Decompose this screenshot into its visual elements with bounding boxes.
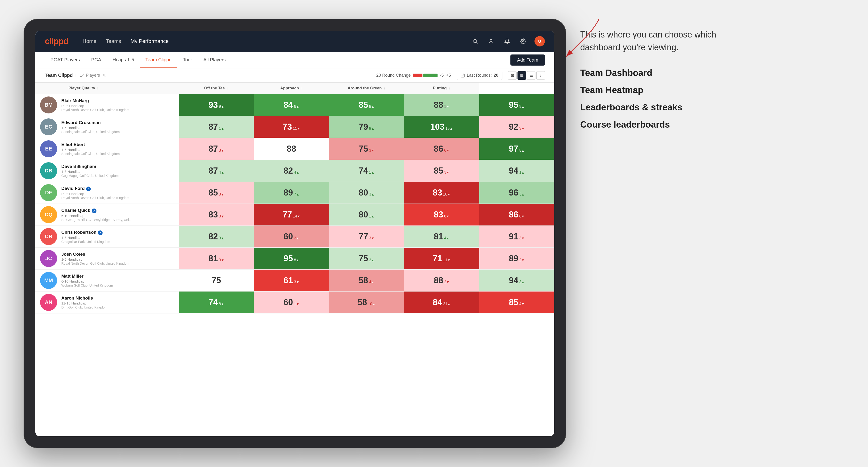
- stat-cell[interactable]: 95 9▲: [479, 94, 554, 116]
- arrow-annotation: [561, 14, 604, 62]
- export-button[interactable]: ↓: [536, 71, 545, 80]
- stat-cell[interactable]: 80 3▲: [329, 182, 404, 204]
- grid-view-button[interactable]: ⊞: [508, 71, 517, 80]
- nav-my-performance[interactable]: My Performance: [130, 38, 168, 44]
- stat-cell[interactable]: 71 11▼: [404, 248, 479, 270]
- stat-cell[interactable]: 74 1▲: [329, 160, 404, 182]
- bell-icon[interactable]: [502, 36, 512, 46]
- stat-change: 4▲: [294, 170, 299, 175]
- stat-cell[interactable]: 93 9▲: [179, 94, 254, 116]
- stat-cell[interactable]: 82 3▲: [179, 226, 254, 248]
- stat-cell[interactable]: 87 4▲: [179, 160, 254, 182]
- stat-cell[interactable]: 80 1▲: [329, 204, 404, 226]
- tab-all-players[interactable]: All Players: [198, 52, 231, 68]
- player-avatar: BM: [40, 96, 57, 114]
- user-avatar[interactable]: U: [534, 36, 545, 46]
- stat-cell[interactable]: 60 2▲: [254, 226, 329, 248]
- stat-cell[interactable]: 75 3▼: [329, 138, 404, 160]
- dashboard-options: Team Dashboard Team Heatmap Leaderboards…: [580, 68, 844, 130]
- stat-cell[interactable]: 92 3▼: [479, 116, 554, 138]
- tab-pgat-players[interactable]: PGAT Players: [45, 52, 86, 68]
- stat-cell[interactable]: 82 4▲: [254, 160, 329, 182]
- bar-red: [413, 73, 423, 77]
- tab-hcaps[interactable]: Hcaps 1-5: [107, 52, 140, 68]
- stat-cell[interactable]: 87 1▲: [179, 116, 254, 138]
- stat-cell[interactable]: 77 14▼: [254, 204, 329, 226]
- stat-cell[interactable]: 96 3▲: [479, 182, 554, 204]
- stat-cell[interactable]: 73 11▼: [254, 116, 329, 138]
- stat-cell[interactable]: 86 6▼: [404, 138, 479, 160]
- stat-cell[interactable]: 85 4▼: [479, 291, 554, 313]
- player-handicap: 1-5 Handicap: [61, 169, 119, 174]
- stat-cell[interactable]: 84 21▲: [404, 291, 479, 313]
- player-info: Aaron Nicholls 11-15 Handicap Drift Golf…: [61, 295, 107, 309]
- stat-change: 21▲: [443, 302, 451, 306]
- svg-point-0: [473, 39, 476, 43]
- nav-home[interactable]: Home: [83, 38, 96, 44]
- stat-cell[interactable]: 89 2▼: [479, 248, 554, 270]
- col-approach: Approach ↓: [254, 83, 329, 94]
- nav-teams[interactable]: Teams: [106, 38, 121, 44]
- table-row[interactable]: DB Dave Billingham 1-5 Handicap Gog Mago…: [35, 160, 554, 182]
- table-row[interactable]: JC Josh Coles 1-5 Handicap Royal North D…: [35, 248, 554, 270]
- stat-cell[interactable]: 91 3▼: [479, 226, 554, 248]
- stat-cell[interactable]: 75 2▲: [329, 248, 404, 270]
- tab-tour[interactable]: Tour: [177, 52, 198, 68]
- table-row[interactable]: EC Edward Crossman 1-5 Handicap Sunningd…: [35, 116, 554, 138]
- stat-cell[interactable]: 103 15▲: [404, 116, 479, 138]
- stat-cell[interactable]: 94 1▲: [479, 160, 554, 182]
- tablet-screen: clippd Home Teams My Performance: [35, 31, 554, 436]
- stat-cell[interactable]: 85 3▼: [404, 160, 479, 182]
- tab-pga[interactable]: PGA: [86, 52, 107, 68]
- stat-cell[interactable]: 79 9▲: [329, 116, 404, 138]
- stat-cell[interactable]: 58 10▲: [329, 291, 404, 313]
- stat-cell[interactable]: 89 7▲: [254, 182, 329, 204]
- table-row[interactable]: CQ Charlie Quick✓ 6-10 Handicap St. Geor…: [35, 204, 554, 226]
- stat-value: 87: [209, 144, 218, 154]
- search-icon[interactable]: [470, 36, 480, 46]
- add-team-button[interactable]: Add Team: [510, 55, 545, 66]
- settings-icon[interactable]: [519, 36, 528, 46]
- stat-cell[interactable]: 74 8▲: [179, 291, 254, 313]
- stat-cell[interactable]: 97 5▲: [479, 138, 554, 160]
- stat-cell[interactable]: 83 3▼: [179, 204, 254, 226]
- table-row[interactable]: EE Elliot Ebert 1-5 Handicap Sunningdale…: [35, 138, 554, 160]
- stat-cell[interactable]: 87 3▼: [179, 138, 254, 160]
- stat-value: 94: [509, 166, 518, 176]
- stat-cell[interactable]: 58 4▲: [329, 270, 404, 291]
- table-row[interactable]: DF David Ford✓ Plus Handicap Royal North…: [35, 182, 554, 204]
- player-avatar: CQ: [40, 206, 57, 223]
- stat-cell[interactable]: 88: [254, 138, 329, 160]
- stat-cell[interactable]: 81 3▼: [179, 248, 254, 270]
- stat-cell[interactable]: 60 1▼: [254, 291, 329, 313]
- table-row[interactable]: MM Matt Miller 6-10 Handicap Woburn Golf…: [35, 270, 554, 291]
- stat-cell[interactable]: 83 6▼: [404, 204, 479, 226]
- stat-cell[interactable]: 75: [179, 270, 254, 291]
- stat-cell[interactable]: 94 3▲: [479, 270, 554, 291]
- heatmap-view-button[interactable]: ▦: [518, 71, 526, 80]
- verified-badge: ✓: [98, 230, 102, 235]
- stat-cell[interactable]: 86 8▼: [479, 204, 554, 226]
- stat-cell[interactable]: 85 3▼: [179, 182, 254, 204]
- stat-change: 1▼: [444, 104, 450, 109]
- stat-cell[interactable]: 95 8▲: [254, 248, 329, 270]
- last-rounds-button[interactable]: Last Rounds: 20: [457, 71, 502, 80]
- stat-cell[interactable]: 88 1▼: [404, 94, 479, 116]
- stat-cell[interactable]: 88 2▼: [404, 270, 479, 291]
- stat-change: 4▲: [369, 280, 375, 284]
- edit-icon[interactable]: ✎: [102, 73, 106, 78]
- list-view-button[interactable]: ☰: [527, 71, 535, 80]
- stat-cell[interactable]: 81 4▲: [404, 226, 479, 248]
- stat-cell[interactable]: 85 8▲: [329, 94, 404, 116]
- stat-cell[interactable]: 84 6▲: [254, 94, 329, 116]
- tab-team-clippd[interactable]: Team Clippd: [140, 52, 177, 68]
- stat-cell[interactable]: 77 3▼: [329, 226, 404, 248]
- stat-cell[interactable]: 61 3▼: [254, 270, 329, 291]
- stat-cell[interactable]: 83 10▼: [404, 182, 479, 204]
- stat-value: 82: [283, 166, 293, 176]
- profile-icon[interactable]: [486, 36, 496, 46]
- table-row[interactable]: CR Chris Robertson✓ 1-5 Handicap Craigmi…: [35, 226, 554, 248]
- table-row[interactable]: AN Aaron Nicholls 11-15 Handicap Drift G…: [35, 291, 554, 313]
- stat-change: 2▼: [444, 280, 450, 284]
- table-row[interactable]: BM Blair McHarg Plus Handicap Royal Nort…: [35, 94, 554, 116]
